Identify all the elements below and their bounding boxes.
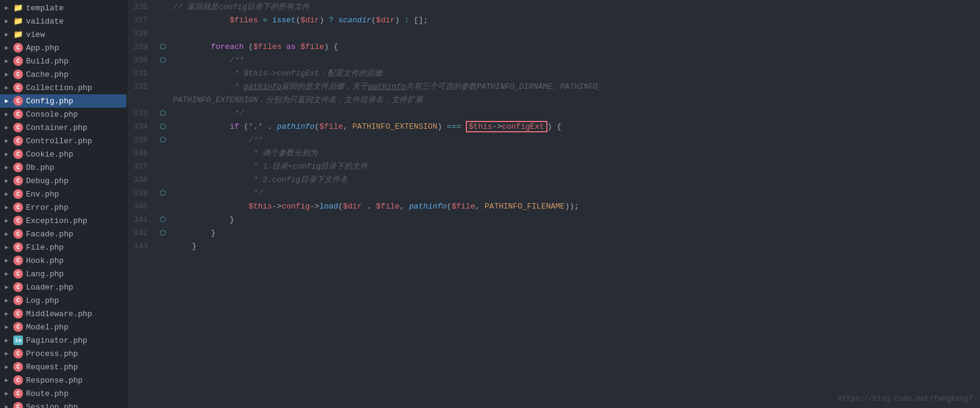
sidebar-item-label: Route.php (26, 389, 68, 398)
sidebar-item-container[interactable]: ▶ C Container.php (0, 121, 126, 134)
line-number: 337 (127, 160, 157, 173)
sidebar-item-response[interactable]: ▶ C Response.php (0, 374, 126, 387)
code-content: if ('.' . pathinfo($file, PATHINFO_EXTEN… (168, 120, 980, 133)
sidebar-item-request[interactable]: ▶ C Request.php (0, 360, 126, 374)
sidebar-item-label: Response.php (26, 376, 83, 385)
sidebar-item-label: Session.php (26, 403, 78, 409)
line-number: 343 (127, 239, 157, 253)
sidebar-item-collection[interactable]: ▶ C Collection.php (0, 81, 126, 94)
sidebar-item-label: Paginator.php (26, 336, 87, 345)
sidebar-item-label: Build.php (26, 57, 68, 66)
sidebar-item-template[interactable]: ▶ 📁 template (0, 1, 126, 15)
sidebar-item-model[interactable]: ▶ C Model.php (0, 320, 126, 334)
line-number (127, 93, 157, 106)
sidebar-item-label: template (26, 4, 64, 13)
arrow-icon: ▶ (5, 257, 13, 264)
sidebar-item-label: Model.php (26, 323, 68, 332)
arrow-icon: ▶ (5, 230, 13, 238)
file-icon: C (13, 309, 23, 319)
arrow-icon: ▶ (5, 204, 13, 211)
arrow-icon: ▶ (5, 4, 13, 11)
sidebar-item-middleware[interactable]: ▶ C Middleware.php (0, 307, 126, 320)
arrow-icon: ▶ (5, 151, 13, 158)
sidebar-item-view[interactable]: ▶ 📁 view (0, 28, 126, 41)
code-scroll-area[interactable]: 326 // 返回就是config目录下的所有文件 327 $files = i… (127, 0, 980, 408)
sidebar-item-facade[interactable]: ▶ C Facade.php (0, 227, 126, 241)
table-row: 329 ⬡ foreach ($files as $file) { (127, 40, 980, 53)
code-content (168, 27, 980, 40)
file-icon: C (13, 375, 23, 385)
sidebar-item-env[interactable]: ▶ C Env.php (0, 187, 126, 201)
code-content: } (168, 226, 980, 239)
table-row: 341 ⬡ } (127, 213, 980, 226)
sidebar-item-route[interactable]: ▶ C Route.php (0, 387, 126, 400)
sidebar-item-config[interactable]: ▶ C Config.php (0, 94, 126, 108)
arrow-icon: ▶ (5, 18, 13, 25)
file-icon: C (13, 269, 23, 279)
table-row: 339 ⬡ */ (127, 186, 980, 199)
sidebar-item-lang[interactable]: ▶ C Lang.php (0, 267, 126, 280)
sidebar-item-cache[interactable]: ▶ C Cache.php (0, 68, 126, 81)
arrow-icon: ▶ (5, 270, 13, 277)
sidebar-item-label: Error.php (26, 203, 68, 212)
code-content: * pathinfo返回的是文件后缀，关于pathinfo共有三个可选的参数PA… (168, 80, 980, 93)
table-row: 330 ⬡ /** (127, 53, 980, 66)
sidebar-item-label: Hook.php (26, 256, 64, 265)
sidebar-item-label: Middleware.php (26, 309, 92, 319)
sidebar-item-error[interactable]: ▶ C Error.php (0, 201, 126, 214)
arrow-icon: ▶ (5, 137, 13, 144)
sidebar-item-log[interactable]: ▶ C Log.php (0, 294, 126, 307)
sidebar-item-validate[interactable]: ▶ 📁 validate (0, 15, 126, 28)
sidebar-item-file[interactable]: ▶ C File.php (0, 241, 126, 254)
code-content: $files = isset($dir) ? scandir($dir) : [… (168, 13, 980, 27)
line-number: 336 (127, 146, 157, 160)
file-icon: C (13, 56, 23, 66)
code-content: $this->config->load($dir . $file, pathin… (168, 199, 980, 213)
sidebar-item-label: Console.php (26, 110, 78, 119)
line-number: 333 (127, 106, 157, 120)
folder-icon: 📁 (13, 30, 23, 39)
gutter (157, 66, 168, 80)
file-icon: C (13, 123, 23, 132)
table-row: 340 $this->config->load($dir . $file, pa… (127, 199, 980, 213)
file-icon: C (13, 216, 23, 225)
code-content: /** (168, 53, 980, 66)
code-content: */ (168, 186, 980, 199)
sidebar-item-cookie[interactable]: ▶ C Cookie.php (0, 147, 126, 161)
sidebar-item-build[interactable]: ▶ C Build.php (0, 54, 126, 68)
sidebar-item-db[interactable]: ▶ C Db.php (0, 161, 126, 174)
line-number: 338 (127, 173, 157, 186)
sidebar-item-debug[interactable]: ▶ C Debug.php (0, 174, 126, 187)
arrow-icon: ▶ (5, 84, 13, 91)
gutter: ⬡ (157, 213, 168, 226)
code-content: } (168, 239, 980, 253)
file-icon: C (13, 149, 23, 159)
sidebar-item-loader[interactable]: ▶ C Loader.php (0, 280, 126, 294)
sidebar-item-exception[interactable]: ▶ C Exception.php (0, 214, 126, 227)
sidebar-item-label: File.php (26, 243, 64, 252)
table-row: 336 * 俩个参数分别为 (127, 146, 980, 160)
gutter (157, 199, 168, 213)
sidebar-item-console[interactable]: ▶ C Console.php (0, 108, 126, 121)
sidebar-item-paginator[interactable]: ▶ Iɘ Paginator.php (0, 334, 126, 347)
sidebar-item-process[interactable]: ▶ C Process.php (0, 347, 126, 360)
arrow-icon: ▶ (5, 124, 13, 131)
table-row: 342 ⬡ } (127, 226, 980, 239)
file-icon: C (13, 189, 23, 199)
gutter: ⬡ (157, 133, 168, 146)
arrow-icon: ▶ (5, 31, 13, 38)
code-editor: 326 // 返回就是config目录下的所有文件 327 $files = i… (127, 0, 980, 408)
file-icon: Iɘ (13, 335, 23, 345)
sidebar-item-label: Cookie.php (26, 150, 73, 159)
line-number: 329 (127, 40, 157, 53)
sidebar-item-app[interactable]: ▶ C App.php (0, 41, 126, 54)
file-icon: C (13, 229, 23, 239)
sidebar-item-session[interactable]: ▶ C Session.php (0, 400, 126, 408)
sidebar-item-hook[interactable]: ▶ C Hook.php (0, 254, 126, 267)
table-row: 335 ⬡ /** (127, 133, 980, 146)
code-content: * $this->configExt：配置文件的后缀 (168, 66, 980, 80)
file-explorer[interactable]: ▶ 📁 template ▶ 📁 validate ▶ 📁 view ▶ C A… (0, 0, 127, 408)
code-content: * 1.目录+config目录下的文件 (168, 160, 980, 173)
sidebar-item-controller[interactable]: ▶ C Controller.php (0, 134, 126, 147)
file-icon: C (13, 349, 23, 358)
